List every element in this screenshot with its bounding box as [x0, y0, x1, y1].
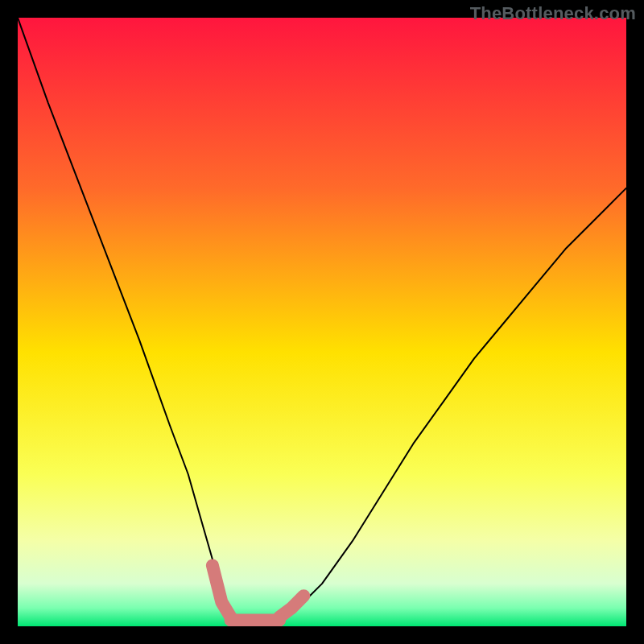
- gradient-background: [18, 18, 626, 626]
- plot-area: [18, 18, 626, 626]
- watermark-label: TheBottleneck.com: [470, 3, 636, 24]
- chart-frame: TheBottleneck.com: [0, 0, 644, 644]
- bottleneck-chart: [18, 18, 626, 626]
